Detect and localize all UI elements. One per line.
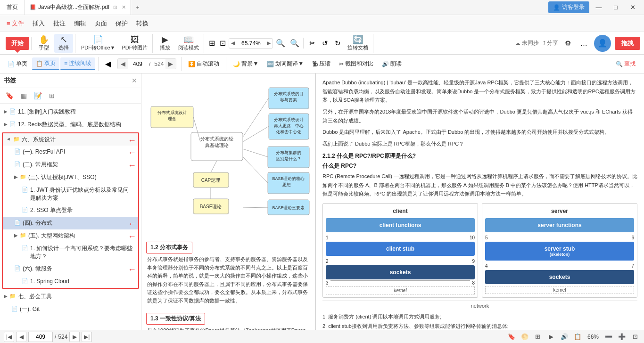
zoom-in-icon[interactable]: 🔍 xyxy=(288,38,301,49)
menu-edit[interactable]: 编辑 xyxy=(70,17,90,30)
bottom-icon-6[interactable]: 📋 xyxy=(572,332,583,342)
bookmark-item-6-2[interactable]: 📄 (二). 常用框架 ← xyxy=(3,158,138,171)
login-button[interactable]: 👤 访客登录 xyxy=(548,1,589,13)
home-tab[interactable]: 首页 xyxy=(0,0,25,15)
bottom-icon-1[interactable]: 🔖 xyxy=(506,332,517,342)
prev-page-button[interactable]: ◀ xyxy=(101,57,115,70)
menu-page[interactable]: 页面 xyxy=(91,17,111,30)
last-page-button[interactable]: ▶| xyxy=(82,332,92,342)
crop-icon[interactable]: ✂ xyxy=(306,38,318,49)
bookmark-item-7-1[interactable]: 📄 (一). Git xyxy=(0,303,141,316)
user-avatar[interactable]: 👤 xyxy=(594,35,611,52)
page-nav-prev[interactable]: ◀ xyxy=(118,59,128,69)
section-12-content: 分布式事务就是指事务的参与者、支持事务的服务器、资源服务器以及事务管理器分别位于… xyxy=(146,255,311,305)
read-mode-button[interactable]: 📖 阅读模式 xyxy=(175,34,202,53)
bottom-icon-4[interactable]: ▶ xyxy=(546,332,556,342)
select-tool-button[interactable]: ↖ 选择 xyxy=(54,34,73,53)
bookmark-item-12[interactable]: ▶ 📄 12. Redis数据类型、编码、底层数据结构 xyxy=(0,118,141,131)
menu-file[interactable]: ≡ 文件 xyxy=(3,17,28,30)
pdf-to-office-button[interactable]: 📄 PDF转Office▼ xyxy=(78,34,118,53)
num9: 9 xyxy=(330,259,475,264)
bookmark-item-6-6-1[interactable]: 📄 1. Spring Cloud xyxy=(3,275,138,288)
fit-page-bottom-button[interactable]: ⊡ xyxy=(630,332,640,342)
bookmark-item-6-1[interactable]: 📄 (一). RestFul API ← xyxy=(3,146,138,158)
file-icon: 📄 xyxy=(14,265,21,271)
play-button[interactable]: ▶ 播放 xyxy=(156,34,174,53)
minimize-button[interactable]: — xyxy=(591,0,606,15)
share-button[interactable]: ⤴ 分享 xyxy=(543,39,558,47)
bookmark-item-6-4[interactable]: 📄 (四). 分布式 ← xyxy=(3,217,138,229)
first-page-button[interactable]: |◀ xyxy=(4,332,14,342)
undo-icon[interactable]: ↺ xyxy=(319,38,331,49)
folder-icon: 📁 xyxy=(20,174,26,180)
translate-button[interactable]: 🔤 划词翻译▼ xyxy=(263,58,307,70)
begin-button[interactable]: 开始 xyxy=(6,37,29,50)
pdf-tab[interactable]: 📕 Java中高级核...全面解析.pdf ⊡ ✕ xyxy=(25,0,131,15)
zoom-in-bottom-button[interactable]: ➕ xyxy=(617,332,627,342)
bookmark-item-6-3-1[interactable]: 📄 1. JWT 身份认证优缺点分析以及常见问题解决方案 xyxy=(3,184,138,204)
bookmark-item-6-5[interactable]: ▶ 📁 (五). 大型网站架构 ← xyxy=(3,229,138,242)
sidebar-close-button[interactable]: ✕ xyxy=(132,77,137,84)
sync-status[interactable]: ☁ 未同步 xyxy=(515,39,539,47)
bottom-icon-5[interactable]: 🔊 xyxy=(559,332,570,342)
layer-icon[interactable]: ⊞ xyxy=(46,90,58,101)
menu-protect[interactable]: 保护 xyxy=(112,17,132,30)
translate-icon: 🔤 xyxy=(267,61,274,67)
continuous-read-button[interactable]: ≡ 连续阅读 xyxy=(60,57,95,70)
bookmark-icon[interactable]: 🔖 xyxy=(4,90,15,101)
svg-text:化和去中心化: 化和去中心化 xyxy=(276,130,301,134)
bookmark-item-11[interactable]: ▶ 📄 11. [集群]入门实践教程 xyxy=(0,106,141,118)
zoom-in-button[interactable]: ▶ xyxy=(265,39,272,47)
title-bar: 首页 📕 Java中高级核...全面解析.pdf ⊡ ✕ + 👤 访客登录 — … xyxy=(0,0,644,15)
maximize-button[interactable]: □ xyxy=(608,0,623,15)
pdf-to-img-button[interactable]: 🖼 PDF转图片 xyxy=(119,34,150,53)
close-button[interactable]: ✕ xyxy=(625,0,640,15)
page-input-bottom[interactable] xyxy=(28,332,53,342)
bookmark-item-7[interactable]: ▶ 📁 七、必会工具 xyxy=(0,290,141,303)
menu-insert[interactable]: 插入 xyxy=(29,17,49,30)
search-button[interactable]: 🔍 查找 xyxy=(611,58,640,70)
settings-button[interactable]: ⚙ xyxy=(562,38,574,49)
menu-convert[interactable]: 转换 xyxy=(132,17,152,30)
pdf-tab-close[interactable]: ✕ xyxy=(122,4,126,10)
annot-icon[interactable]: 📝 xyxy=(32,90,43,101)
zoom-out-button[interactable]: ◀ xyxy=(229,39,237,47)
double-page-button[interactable]: 📋 双页 xyxy=(32,57,59,70)
single-page-button[interactable]: 📄 单页 xyxy=(4,58,31,70)
next-page-bottom-button[interactable]: ▶ xyxy=(69,332,80,342)
bg-button[interactable]: 🌙 背景▼ xyxy=(229,58,262,70)
file-icon: 📄 xyxy=(14,220,21,226)
page-nav-next[interactable]: ▶ xyxy=(165,59,176,69)
menu-annotate[interactable]: 批注 xyxy=(50,17,69,30)
screenshot-button[interactable]: ✂ 截图和对比 xyxy=(335,58,377,70)
rpc-numbers-row3: 3 8 xyxy=(326,280,475,286)
bookmark-item-6-5-1[interactable]: 📄 1. 如何设计一个高可用系统？要考虑哪些地方？ xyxy=(3,242,138,263)
compress-button[interactable]: 🗜 压缩 xyxy=(308,58,334,70)
zoom-out-bottom-button[interactable]: ➖ xyxy=(603,332,614,342)
bookmark-item-6-3-2[interactable]: 📄 2. SSO 单点登录 xyxy=(3,204,138,217)
fit-page-icon[interactable]: ⊡ xyxy=(218,38,228,49)
bg-label: 背景▼ xyxy=(241,60,258,68)
page-number-input[interactable] xyxy=(128,59,147,69)
toolbar-group-start: 开始 xyxy=(4,37,32,50)
hand-tool-button[interactable]: ✋ 手型 xyxy=(34,34,53,53)
rotate-button[interactable]: 🔄 旋转文档 xyxy=(345,34,371,53)
bottom-icon-3[interactable]: ⊞ xyxy=(533,332,543,342)
bookmark-item-6-6[interactable]: 📄 (六). 微服务 ← xyxy=(3,262,138,275)
num10: 10 xyxy=(330,235,475,240)
new-tab-button[interactable]: + xyxy=(131,0,144,15)
prev-page-bottom-button[interactable]: ◀ xyxy=(16,332,26,342)
redo-icon[interactable]: ↻ xyxy=(332,38,344,49)
zoom-out-icon[interactable]: 🔍 xyxy=(274,38,287,49)
drag-button[interactable]: 拖拽 xyxy=(615,37,640,50)
tts-button[interactable]: 🔊 朗读 xyxy=(378,58,405,70)
pdf-tab-restore[interactable]: ⊡ xyxy=(113,5,117,10)
zoom-input[interactable] xyxy=(237,39,265,48)
more-button[interactable]: … xyxy=(578,38,590,48)
bookmark-item-6-3[interactable]: ▶ 📁 (三). 认证授权(JWT、SSO) xyxy=(3,171,138,184)
bookmark-item-6[interactable]: ▼ 📁 六、系统设计 ← xyxy=(3,133,138,146)
auto-scroll-button[interactable]: ⏬ 自动滚动 xyxy=(184,58,223,70)
fit-width-icon[interactable]: ⊞ xyxy=(207,38,217,49)
bottom-icon-2[interactable]: 🌕 xyxy=(520,332,530,342)
thumbnail-icon[interactable]: ▦ xyxy=(18,90,29,101)
